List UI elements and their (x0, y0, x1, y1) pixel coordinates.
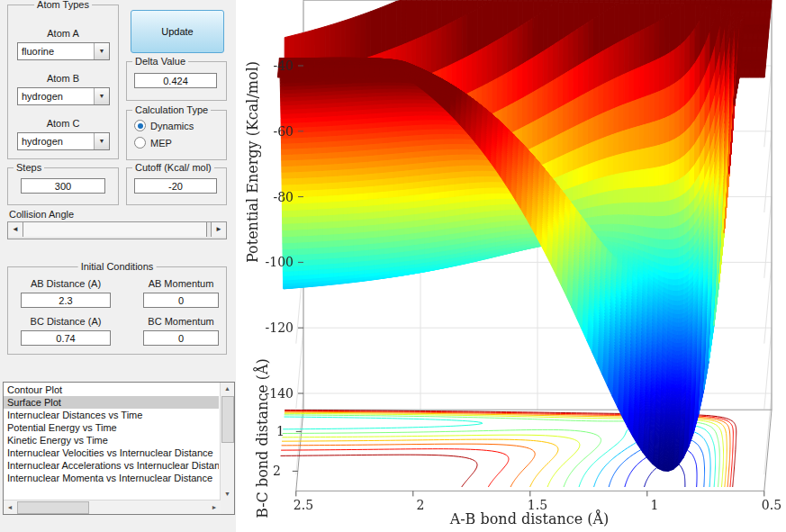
calculation-type-group: Calculation Type Dynamics MEP (126, 110, 227, 160)
calculation-type-title: Calculation Type (132, 104, 211, 115)
vertical-scrollbar[interactable]: ▲ ▼ (220, 383, 234, 500)
radio-mep[interactable]: MEP (134, 137, 172, 149)
scroll-left-icon[interactable]: ◄ (4, 500, 16, 514)
chevron-down-icon[interactable]: ▼ (94, 133, 109, 149)
collision-angle-slider[interactable]: ◄ ► (7, 221, 227, 239)
steps-field[interactable] (21, 178, 105, 194)
steps-title: Steps (14, 162, 44, 173)
horizontal-scroll-thumb[interactable] (17, 501, 89, 514)
list-item[interactable]: Surface Plot (4, 396, 219, 409)
chevron-down-icon[interactable]: ▼ (94, 88, 109, 104)
radio-mep-label: MEP (150, 138, 172, 149)
scrollbar-corner (221, 500, 234, 514)
delta-value-group: Delta Value (126, 61, 227, 101)
atom-a-value: fluorine (22, 46, 54, 57)
list-item[interactable]: Contour Plot (4, 383, 219, 396)
atom-b-value: hydrogen (22, 91, 63, 102)
atom-b-label: Atom B (8, 73, 118, 84)
list-item[interactable]: Internuclear Accelerations vs Internucle… (4, 459, 219, 472)
ab-distance-field[interactable] (21, 293, 111, 308)
control-panel: Atom Types Atom A fluorine ▼ Atom B hydr… (0, 0, 236, 532)
ab-distance-label: AB Distance (A) (21, 278, 111, 289)
steps-group: Steps (7, 167, 119, 205)
slider-thumb[interactable] (23, 222, 207, 237)
atom-c-label: Atom C (8, 118, 118, 129)
radio-dynamics-label: Dynamics (150, 121, 194, 131)
bc-momentum-field[interactable] (143, 330, 219, 346)
delta-value-title: Delta Value (132, 56, 188, 67)
bc-distance-field[interactable] (21, 330, 111, 346)
vertical-scroll-thumb[interactable] (221, 396, 234, 443)
scroll-right-icon[interactable]: ► (208, 500, 221, 514)
list-item[interactable]: Internuclear Momenta vs Internuclear Dis… (4, 472, 219, 484)
horizontal-scrollbar[interactable]: ◄ ► (4, 500, 221, 514)
radio-dynamics-circle[interactable] (134, 120, 146, 131)
ab-momentum-field[interactable] (143, 293, 219, 308)
slider-left-arrow-icon[interactable]: ◄ (8, 222, 23, 237)
list-item[interactable]: Internuclear Distances vs Time (4, 409, 219, 421)
listbox-items: Contour PlotSurface PlotInternuclear Dis… (4, 383, 219, 500)
cutoff-field[interactable] (134, 178, 217, 194)
list-item[interactable]: Internuclear Velocities vs Internuclear … (4, 446, 219, 459)
plot-type-listbox[interactable]: Contour PlotSurface PlotInternuclear Dis… (3, 382, 235, 515)
cutoff-group: Cutoff (Kcal/ mol) (126, 167, 227, 205)
radio-mep-circle[interactable] (134, 137, 146, 149)
scroll-up-icon[interactable]: ▲ (221, 383, 234, 395)
slider-right-arrow-icon[interactable]: ► (211, 222, 226, 237)
cutoff-title: Cutoff (Kcal/ mol) (132, 162, 214, 173)
ab-momentum-label: AB Momentum (143, 278, 219, 289)
bc-momentum-label: BC Momentum (143, 316, 219, 327)
initial-conditions-group: Initial Conditions AB Distance (A) AB Mo… (7, 266, 227, 355)
delta-value-field[interactable] (134, 73, 217, 88)
atom-a-label: Atom A (8, 28, 118, 39)
scroll-down-icon[interactable]: ▼ (221, 488, 234, 500)
chevron-down-icon[interactable]: ▼ (94, 43, 109, 59)
bc-distance-label: BC Distance (A) (21, 316, 111, 327)
list-item[interactable]: Potential Energy vs Time (4, 421, 219, 434)
list-item[interactable]: Kinetic Energy vs Time (4, 434, 219, 446)
collision-angle-label: Collision Angle (9, 209, 74, 220)
atom-types-group: Atom Types Atom A fluorine ▼ Atom B hydr… (7, 5, 119, 159)
atom-types-title: Atom Types (34, 0, 92, 10)
atom-a-dropdown[interactable]: fluorine ▼ (17, 42, 110, 60)
atom-b-dropdown[interactable]: hydrogen ▼ (17, 87, 110, 105)
radio-dynamics[interactable]: Dynamics (134, 120, 194, 131)
atom-c-value: hydrogen (22, 136, 63, 147)
update-button[interactable]: Update (131, 10, 224, 53)
initial-conditions-title: Initial Conditions (78, 261, 157, 272)
atom-c-dropdown[interactable]: hydrogen ▼ (17, 132, 110, 150)
